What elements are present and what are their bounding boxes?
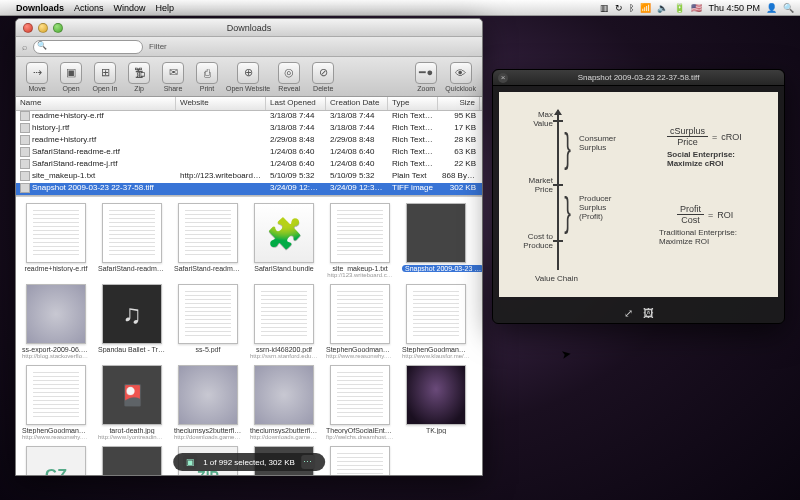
col-creation-date[interactable]: Creation Date (326, 97, 388, 110)
menuextra-bluetooth-icon[interactable]: ᛒ (629, 3, 634, 13)
file-thumb[interactable]: site_makeup-1.txthttp://123.writeboard.c… (326, 203, 394, 278)
cell-name: Snapshot 2009-03-23 22-37-58.tiff (16, 183, 176, 195)
file-thumb[interactable]: StephenGoodmanResu…http://www.klausfor.m… (402, 284, 470, 359)
quicklook-icon: 👁 (450, 62, 472, 84)
quicklook-iphoto-button[interactable]: 🖼 (643, 307, 654, 319)
label-cost-produce: Cost to Produce (503, 232, 553, 250)
thumb-sublabel: ftp://welchs.dreamhost.com… (326, 434, 394, 440)
file-thumb[interactable]: TK.jpg (402, 365, 470, 440)
col-last-opened[interactable]: Last Opened (266, 97, 326, 110)
menuextra-display-icon[interactable]: ▥ (600, 3, 609, 13)
file-thumb[interactable]: GZarchive.gz (22, 446, 90, 475)
list-row[interactable]: readme+history-e.rtf3/18/08 7:443/18/08 … (16, 111, 482, 123)
thumb-preview (330, 446, 390, 475)
list-row[interactable]: history-j.rtf3/18/08 7:443/18/08 7:44Ric… (16, 123, 482, 135)
zoom-button[interactable]: ━●Zoom (411, 62, 441, 92)
col-website[interactable]: Website (176, 97, 266, 110)
list-row[interactable]: SafariStand-readme-j.rtf1/24/08 6:401/24… (16, 159, 482, 171)
cell-created: 3/18/08 7:44 (326, 111, 388, 123)
icon-view[interactable]: readme+history-e.rtfSafariStand-readme-e… (16, 196, 482, 475)
thumb-label: readme+history-e.rtf (22, 265, 90, 272)
toolbar-label: Delete (313, 85, 333, 92)
print-button[interactable]: ⎙Print (192, 62, 222, 92)
list-row[interactable]: SafariStand-readme-e.rtf1/24/08 6:401/24… (16, 147, 482, 159)
file-thumb[interactable]: theclumsys2butterflyeff…http://downloads… (250, 365, 318, 440)
open-icon: ▣ (60, 62, 82, 84)
delete-icon: ⊘ (312, 62, 334, 84)
file-thumb[interactable]: readme+history-e.rtf (22, 203, 90, 278)
openweb-button[interactable]: ⊕Open Website (226, 62, 270, 92)
cell-size: 17 KB (438, 123, 480, 135)
share-button[interactable]: ✉Share (158, 62, 188, 92)
toolbar-label: Move (28, 85, 45, 92)
menuextra-wifi-icon[interactable]: 📶 (640, 3, 651, 13)
thumb-sublabel: http://downloads.gamehous… (174, 434, 242, 440)
list-body: readme+history-e.rtf3/18/08 7:443/18/08 … (16, 111, 482, 196)
quicklook-close-button[interactable]: × (498, 73, 508, 83)
menu-window[interactable]: Window (114, 3, 146, 13)
list-header: Name Website Last Opened Creation Date T… (16, 97, 482, 111)
cell-created: 1/24/08 6:40 (326, 159, 388, 171)
menuextra-user-icon[interactable]: 👤 (766, 3, 777, 13)
file-thumb[interactable]: ssrn-id468200.pdfhttp://ssrn.stanford.ed… (250, 284, 318, 359)
file-thumb[interactable] (98, 446, 166, 475)
status-bar: ▣ 1 of 992 selected, 302 KB ⋯ (173, 453, 325, 471)
file-thumb[interactable]: StephenGoodmanResu…http://www.reasonwhy.… (22, 365, 90, 440)
file-thumb[interactable]: ss-5.pdf (174, 284, 242, 359)
file-thumb[interactable]: Snapshot 2009-03-23 … (402, 203, 470, 278)
delete-button[interactable]: ⊘Delete (308, 62, 338, 92)
quicklook-button[interactable]: 👁Quicklook (445, 62, 476, 92)
cell-created: 3/18/08 7:44 (326, 123, 388, 135)
move-button[interactable]: ⇢Move (22, 62, 52, 92)
menuextra-clock[interactable]: Thu 4:50 PM (708, 3, 760, 13)
list-row[interactable]: readme+history.rtf2/29/08 8:482/29/08 8:… (16, 135, 482, 147)
menu-app[interactable]: Downloads (16, 3, 64, 13)
file-thumb[interactable]: theclumsys2butterflyeff…http://downloads… (174, 365, 242, 440)
minimize-button[interactable] (38, 23, 48, 33)
cell-size: 868 Bytes (438, 171, 480, 183)
file-thumb[interactable]: SafariStand-readme-e.rtf (98, 203, 166, 278)
file-thumb[interactable]: SafariStand-readme-j.rtf (174, 203, 242, 278)
col-type[interactable]: Type (388, 97, 438, 110)
zip-button[interactable]: 🗜Zip (124, 62, 154, 92)
menuextra-flag-icon[interactable]: 🇺🇸 (691, 3, 702, 13)
close-button[interactable] (23, 23, 33, 33)
openin-button[interactable]: ⊞Open In (90, 62, 120, 92)
cell-type: TIFF image (388, 183, 438, 195)
list-row[interactable]: site_makeup-1.txthttp://123.writeboard.c… (16, 171, 482, 183)
zoom-button[interactable] (53, 23, 63, 33)
file-thumb[interactable]: ♫Spandau Ballet - True.mp3 (98, 284, 166, 359)
file-thumb[interactable]: 🎴tarot-death.jpghttp://www.lyontreadings… (98, 365, 166, 440)
file-thumb[interactable]: StephenGoodmanResu…http://www.reasonwhy.… (326, 284, 394, 359)
menu-actions[interactable]: Actions (74, 3, 104, 13)
thumb-label: SafariStand-readme-e.rtf (98, 265, 166, 272)
list-row[interactable]: Snapshot 2009-03-23 22-37-58.tiff3/24/09… (16, 183, 482, 195)
thumb-preview (406, 203, 466, 263)
toolbar-label: Zoom (417, 85, 435, 92)
col-name[interactable]: Name (16, 97, 176, 110)
reveal-button[interactable]: ◎Reveal (274, 62, 304, 92)
menuextra-volume-icon[interactable]: 🔈 (657, 3, 668, 13)
thumb-preview: ♫ (102, 284, 162, 344)
toolbar: ⇢Move▣Open⊞Open In🗜Zip✉Share⎙Print⊕Open … (16, 57, 482, 97)
thumb-label: theclumsys2butterflyeff… (250, 427, 318, 434)
search-input[interactable] (33, 40, 143, 54)
col-size[interactable]: Size (438, 97, 480, 110)
file-thumb[interactable]: ss-export-2009-06.7z…http://blog.stackov… (22, 284, 90, 359)
menuextra-battery-icon[interactable]: 🔋 (674, 3, 685, 13)
status-action-icon[interactable]: ⋯ (301, 455, 315, 469)
menuextra-timemachine-icon[interactable]: ↻ (615, 3, 623, 13)
cell-name: SafariStand-readme-e.rtf (16, 147, 176, 159)
status-text: 1 of 992 selected, 302 KB (203, 458, 295, 467)
open-button[interactable]: ▣Open (56, 62, 86, 92)
thumb-preview (178, 203, 238, 263)
thumb-label: ssrn-id468200.pdf (250, 346, 318, 353)
thumb-sublabel: http://blog.stackoverflow.co… (22, 353, 90, 359)
menuextra-spotlight-icon[interactable]: 🔍 (783, 3, 794, 13)
file-thumb[interactable]: TheoryOfSocialEnterpri…ftp://welchs.drea… (326, 365, 394, 440)
file-thumb[interactable] (326, 446, 394, 475)
file-thumb[interactable]: 🧩SafariStand.bundle (250, 203, 318, 278)
quicklook-fullscreen-button[interactable]: ⤢ (624, 307, 633, 320)
menu-help[interactable]: Help (156, 3, 175, 13)
thumb-label: Snapshot 2009-03-23 … (402, 265, 482, 272)
